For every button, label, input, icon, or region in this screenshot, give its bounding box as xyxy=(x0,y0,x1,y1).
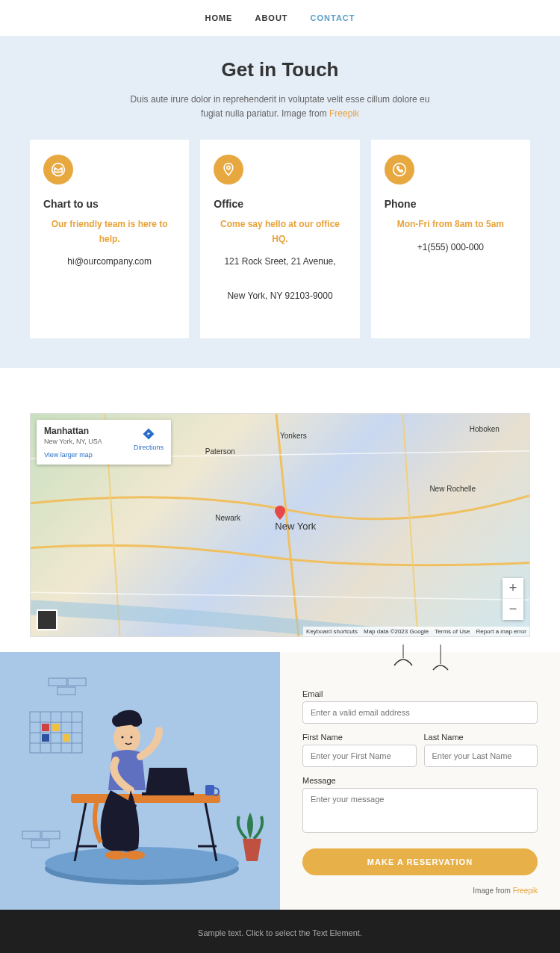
card-title: Office xyxy=(214,198,346,210)
map[interactable]: New York Yonkers Paterson Newark Hoboken… xyxy=(30,413,530,637)
map-satellite-thumb[interactable] xyxy=(37,609,57,630)
freepik-link[interactable]: Freepik xyxy=(329,108,359,119)
email-label: Email xyxy=(302,689,538,698)
view-larger-map-link[interactable]: View larger map xyxy=(44,451,164,459)
image-credit: Image from Freepik xyxy=(302,887,538,895)
main-nav: HOME ABOUT CONTACT xyxy=(0,0,560,36)
map-place: Paterson xyxy=(205,447,235,456)
freepik-link[interactable]: Freepik xyxy=(513,887,538,895)
submit-button[interactable]: MAKE A RESERVATION xyxy=(302,848,538,875)
firstname-field[interactable] xyxy=(302,745,417,767)
card-title: Phone xyxy=(385,198,517,210)
svg-point-22 xyxy=(45,847,239,880)
map-place: Yonkers xyxy=(280,432,307,440)
svg-point-31 xyxy=(112,715,124,727)
directions-button[interactable]: Directions xyxy=(134,427,164,451)
map-terms[interactable]: Terms of Use xyxy=(435,628,470,635)
svg-point-33 xyxy=(131,736,133,738)
illustration xyxy=(0,652,280,906)
message-field[interactable] xyxy=(302,788,538,833)
svg-rect-5 xyxy=(57,687,75,695)
card-title: Chart to us xyxy=(43,198,175,210)
mail-icon xyxy=(43,155,73,184)
card-detail-line1: 121 Rock Sreet, 21 Avenue, xyxy=(214,254,346,270)
card-chat: Chart to us Our friendly team is here to… xyxy=(30,140,189,338)
svg-point-1 xyxy=(227,167,230,170)
svg-rect-18 xyxy=(52,724,60,731)
svg-rect-3 xyxy=(49,678,66,686)
svg-rect-6 xyxy=(22,831,40,839)
nav-contact[interactable]: CONTACT xyxy=(311,13,355,22)
svg-rect-17 xyxy=(42,724,49,731)
map-attribution: Keyboard shortcuts Map data ©2023 Google… xyxy=(303,627,529,636)
svg-rect-4 xyxy=(68,678,86,686)
lamp-icon xyxy=(387,645,454,682)
nav-home[interactable]: HOME xyxy=(205,13,232,22)
svg-rect-7 xyxy=(42,831,60,839)
directions-label: Directions xyxy=(134,444,164,451)
svg-rect-19 xyxy=(42,734,49,742)
map-zoom-controls: + − xyxy=(503,578,523,620)
map-shortcuts[interactable]: Keyboard shortcuts xyxy=(306,628,358,635)
card-phone: Phone Mon-Fri from 8am to 5am +1(555) 00… xyxy=(371,140,530,338)
map-place: Newark xyxy=(215,514,240,522)
map-data: Map data ©2023 Google xyxy=(364,628,429,635)
phone-icon xyxy=(385,155,414,184)
card-detail: hi@ourcompany.com xyxy=(43,254,175,270)
reservation-form: Email First Name Last Name Message MAKE … xyxy=(280,652,560,910)
svg-rect-20 xyxy=(63,734,70,742)
card-sub: Come say hello at our office HQ. xyxy=(214,217,346,246)
firstname-label: First Name xyxy=(302,733,417,742)
svg-point-32 xyxy=(130,715,142,727)
contact-cards: Chart to us Our friendly team is here to… xyxy=(30,140,530,338)
card-office: Office Come say hello at our office HQ. … xyxy=(200,140,359,338)
hero-subtitle: Duis aute irure dolor in reprehenderit i… xyxy=(123,93,437,121)
svg-rect-8 xyxy=(31,840,49,848)
page-title: Get in Touch xyxy=(30,58,530,81)
nav-about[interactable]: ABOUT xyxy=(255,13,287,22)
map-report[interactable]: Report a map error xyxy=(476,628,526,635)
footer-text[interactable]: Sample text. Click to select the Text El… xyxy=(198,928,362,937)
hero-section: Get in Touch Duis aute irure dolor in re… xyxy=(0,36,560,368)
pin-icon xyxy=(214,155,243,184)
map-marker-icon xyxy=(271,504,289,525)
card-detail-line2: New York, NY 92103-9000 xyxy=(214,288,346,305)
svg-point-36 xyxy=(124,851,145,860)
lastname-label: Last Name xyxy=(424,733,538,742)
form-section: Email First Name Last Name Message MAKE … xyxy=(0,652,560,910)
map-section: New York Yonkers Paterson Newark Hoboken… xyxy=(0,368,560,652)
lastname-field[interactable] xyxy=(424,745,538,767)
map-info-card: Manhattan New York, NY, USA View larger … xyxy=(37,420,171,465)
svg-point-30 xyxy=(113,723,140,753)
card-sub: Mon-Fri from 8am to 5am xyxy=(385,217,517,232)
card-detail: +1(555) 000-000 xyxy=(385,240,517,256)
zoom-in-button[interactable]: + xyxy=(503,578,523,599)
message-label: Message xyxy=(302,776,538,785)
svg-rect-28 xyxy=(142,792,194,795)
svg-point-34 xyxy=(122,736,124,738)
svg-rect-29 xyxy=(205,785,214,795)
svg-point-35 xyxy=(105,851,126,860)
page-footer: Sample text. Click to select the Text El… xyxy=(0,910,560,953)
email-field[interactable] xyxy=(302,701,538,724)
map-place: Hoboken xyxy=(470,425,500,433)
card-sub: Our friendly team is here to help. xyxy=(43,217,175,246)
zoom-out-button[interactable]: − xyxy=(503,599,523,620)
map-place: New Rochelle xyxy=(429,485,476,493)
